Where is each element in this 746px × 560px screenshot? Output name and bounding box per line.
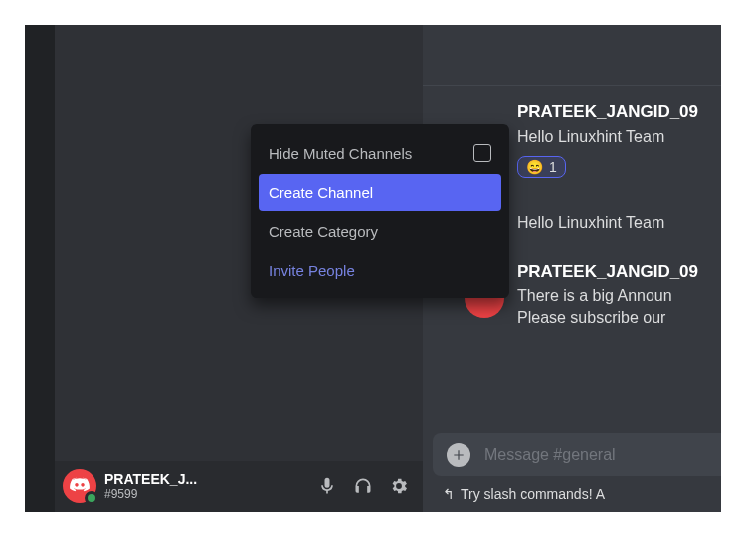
- mic-icon[interactable]: [317, 476, 337, 496]
- attach-button[interactable]: [447, 443, 470, 467]
- avatar[interactable]: [63, 469, 96, 503]
- menu-label: Invite People: [269, 262, 355, 279]
- user-discriminator: #9599: [104, 487, 317, 501]
- gear-icon[interactable]: [389, 476, 409, 496]
- plus-icon: [452, 448, 466, 462]
- reaction-emoji: 😄: [526, 159, 543, 175]
- menu-hide-muted[interactable]: Hide Muted Channels: [259, 134, 501, 172]
- message-author: PRATEEK_JANGID_09: [517, 102, 698, 122]
- context-menu: Hide Muted Channels Create Channel Creat…: [251, 124, 509, 298]
- menu-label: Create Channel: [269, 184, 373, 201]
- user-panel: PRATEEK_J... #9599: [55, 461, 423, 512]
- reaction-chip[interactable]: 😄 1: [517, 156, 566, 178]
- menu-invite-people[interactable]: Invite People: [259, 252, 501, 288]
- message-body-line: Please subscribe our: [517, 307, 698, 329]
- menu-label: Create Category: [269, 223, 378, 240]
- headphones-icon[interactable]: [353, 476, 373, 496]
- message-body-line: There is a big Announ: [517, 285, 698, 307]
- menu-create-channel[interactable]: Create Channel: [259, 174, 501, 211]
- message-1: PRATEEK_JANGID_09 Hello Linuxhint Team 😄…: [517, 102, 698, 178]
- message-2: Hello Linuxhint Team: [517, 212, 664, 234]
- composer-placeholder: Message #general: [484, 446, 616, 464]
- username: PRATEEK_J...: [104, 471, 224, 487]
- user-panel-controls: [317, 476, 409, 496]
- message-author: PRATEEK_JANGID_09: [517, 262, 698, 281]
- message-3: PRATEEK_JANGID_09 There is a big Announ …: [517, 262, 698, 329]
- reaction-count: 1: [549, 159, 557, 175]
- username-block[interactable]: PRATEEK_J... #9599: [104, 471, 317, 501]
- slash-hint-text: Try slash commands! A: [461, 486, 605, 502]
- message-divider: [423, 85, 721, 86]
- presence-online-indicator: [85, 491, 98, 505]
- message-body: Hello Linuxhint Team: [517, 212, 664, 234]
- menu-label: Hide Muted Channels: [269, 145, 412, 162]
- menu-create-category[interactable]: Create Category: [259, 213, 501, 250]
- app-frame: PRATEEK_J... #9599 PRATEEK_JANGID_09 Hel…: [25, 25, 721, 512]
- message-composer[interactable]: Message #general: [433, 433, 721, 476]
- return-arrow-icon: ↰: [443, 486, 455, 502]
- message-body: Hello Linuxhint Team: [517, 126, 698, 148]
- server-rail: [25, 25, 55, 512]
- checkbox-icon: [473, 144, 491, 162]
- slash-command-hint[interactable]: ↰ Try slash commands! A: [443, 486, 605, 502]
